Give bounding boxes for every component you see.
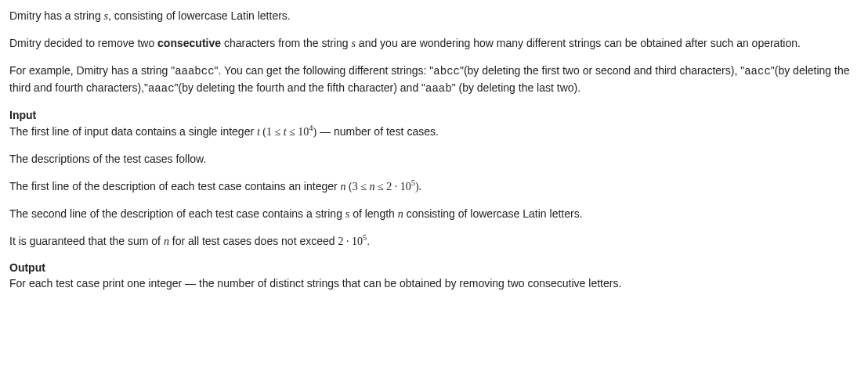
code-aacc: aacc <box>744 65 771 77</box>
paragraph-3: For example, Dmitry has a string "aaabcc… <box>9 63 859 97</box>
bold-consecutive: consecutive <box>157 37 221 49</box>
paragraph-4: The first line of input data contains a … <box>9 124 859 140</box>
math-3: 3 <box>353 181 358 192</box>
text: Dmitry has a string <box>9 9 104 22</box>
math-dot: · <box>392 181 400 192</box>
text: — number of test cases. <box>316 125 439 138</box>
input-heading: Input <box>9 108 859 124</box>
code-abcc: abcc <box>433 65 460 77</box>
math-1: 1 <box>266 126 272 138</box>
paragraph-1: Dmitry has a string s, consisting of low… <box>9 8 859 24</box>
math-lparen: ( <box>346 181 353 192</box>
math-le: ≤ <box>287 126 298 138</box>
text: ". You can get the following different s… <box>215 64 434 77</box>
text: consisting of lowercase Latin letters. <box>403 207 583 220</box>
text: , consisting of lowercase Latin letters. <box>108 9 291 22</box>
var-n: n <box>341 181 346 192</box>
code-aaac: aaac <box>148 82 175 95</box>
math-10: 10 <box>400 181 411 192</box>
text: "(by deleting the first two or second an… <box>460 64 744 77</box>
paragraph-8: It is guaranteed that the sum of n for a… <box>9 233 859 250</box>
text: "(by deleting the fourth and the fifth c… <box>175 81 425 94</box>
text: " (by deleting the last two). <box>452 81 581 94</box>
paragraph-9: For each test case print one integer — t… <box>9 275 859 292</box>
math-10: 10 <box>352 236 363 247</box>
text: . <box>367 235 370 247</box>
math-10: 10 <box>298 126 309 138</box>
text: The first line of input data contains a … <box>9 125 257 138</box>
text: The second line of the description of ea… <box>9 207 345 220</box>
code-aaab: aaab <box>425 82 452 95</box>
paragraph-7: The second line of the description of ea… <box>9 206 859 222</box>
math-lparen: ( <box>260 126 266 138</box>
text: of length <box>349 207 398 220</box>
var-n: n <box>398 208 403 220</box>
code-aaabcc: aaabcc <box>175 65 214 77</box>
var-n: n <box>164 236 169 247</box>
text: The first line of the description of eac… <box>9 180 341 192</box>
text: and you are wondering how many different… <box>356 37 801 49</box>
paragraph-6: The first line of the description of eac… <box>9 178 859 195</box>
text: characters from the string <box>221 37 352 49</box>
math-le: ≤ <box>374 181 386 192</box>
math-rparen: ). <box>415 181 421 192</box>
math-dot: · <box>343 236 352 247</box>
math-le: ≤ <box>358 181 370 192</box>
text: Dmitry decided to remove two <box>9 37 157 49</box>
text: It is guaranteed that the sum of <box>9 235 164 247</box>
paragraph-2: Dmitry decided to remove two consecutive… <box>9 35 859 52</box>
output-heading: Output <box>9 261 859 276</box>
paragraph-5: The descriptions of the test cases follo… <box>9 151 859 167</box>
math-le: ≤ <box>272 126 284 138</box>
text: For example, Dmitry has a string " <box>9 64 175 77</box>
text: for all test cases does not exceed <box>169 235 338 247</box>
